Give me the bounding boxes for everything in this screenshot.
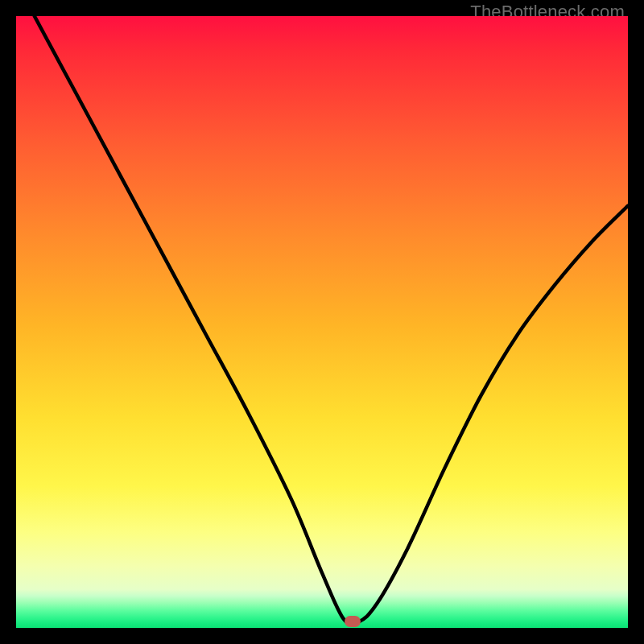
plot-area	[16, 16, 628, 628]
chart-frame: TheBottleneck.com	[0, 0, 644, 644]
bottleneck-curve	[16, 16, 628, 628]
minimum-marker-icon	[345, 616, 361, 627]
